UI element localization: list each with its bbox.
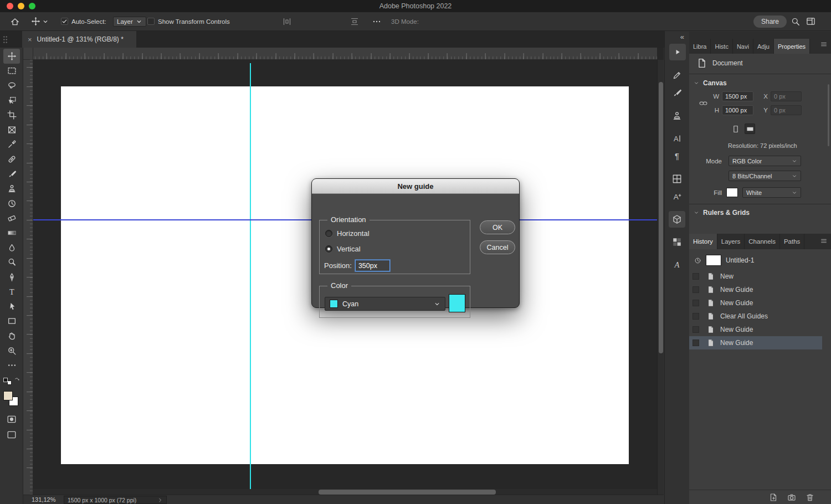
paragraph-panel-icon[interactable]: ¶ [669,148,685,164]
gradient-tool[interactable] [3,225,20,240]
auto-select-target-dropdown[interactable]: Layer [113,17,146,27]
align-vertical-centers-icon[interactable] [317,17,326,26]
crop-tool[interactable] [3,107,20,122]
distribute-horizontal-icon[interactable] [283,17,291,26]
history-source-well[interactable] [693,300,699,306]
actions-panel-button[interactable] [669,44,686,60]
auto-select-checkbox[interactable]: Auto-Select: [61,12,106,30]
align-top-edges-icon[interactable] [302,17,311,26]
distribute-vertical-icon[interactable] [350,17,359,26]
hand-tool[interactable] [3,328,20,343]
clone-stamp-tool[interactable] [3,181,20,196]
close-tab-icon[interactable]: × [28,36,32,43]
3d-camera-icon[interactable] [480,17,489,26]
vertical-scrollbar[interactable] [657,60,664,495]
3d-slide-icon[interactable] [465,17,474,26]
radio-unselected-icon[interactable] [325,230,332,237]
character-panel-icon[interactable]: A [669,130,685,147]
collapse-panels-icon[interactable]: « [680,33,684,41]
align-right-edges-icon[interactable] [264,17,273,26]
blur-tool[interactable] [3,240,20,255]
pen-tool[interactable] [3,270,20,285]
vertical-guide[interactable] [250,63,251,493]
edit-toolbar-button[interactable] [3,358,20,373]
vertical-scrollbar-thumb[interactable] [659,82,663,353]
history-state[interactable]: New Guide [689,323,822,336]
panel-menu-icon[interactable] [820,40,828,48]
orientation-vertical-option[interactable]: Vertical [325,245,361,253]
show-transform-checkbox[interactable]: Show Transform Controls [147,12,230,30]
history-snapshot-row[interactable]: Untitled-1 [689,253,822,268]
document-info-box[interactable]: 1500 px x 1000 px (72 ppi) [64,496,167,504]
rectangle-tool[interactable] [3,314,20,329]
history-source-well[interactable] [693,340,699,346]
history-source-well[interactable] [693,273,699,280]
3d-panel-icon[interactable] [669,211,685,228]
path-selection-tool[interactable] [3,299,20,314]
align-left-edges-icon[interactable] [235,17,244,26]
dialog-title[interactable]: New guide [312,179,519,194]
history-source-well[interactable] [693,286,699,293]
landscape-orientation-button[interactable] [745,124,755,134]
color-mode-dropdown[interactable]: RGB Color [729,156,801,166]
eraser-tool[interactable] [3,211,20,226]
position-input[interactable] [355,260,390,271]
lasso-tool[interactable] [3,78,20,93]
foreground-color-swatch[interactable] [3,391,13,400]
workspace-switcher-icon[interactable] [806,17,815,26]
canvas-section-header[interactable]: Canvas [694,79,727,87]
guide-color-dropdown[interactable]: Cyan [325,297,445,311]
history-state[interactable]: New Guide [689,296,822,310]
screen-mode-icon[interactable] [7,430,17,440]
clone-source-panel-icon[interactable] [669,107,685,124]
dodge-tool[interactable] [3,255,20,270]
bit-depth-dropdown[interactable]: 8 Bits/Channel [729,171,801,181]
current-tool-preset[interactable] [31,12,49,30]
history-brush-source-icon[interactable] [694,257,701,264]
rectangular-marquee-tool[interactable] [3,64,20,79]
new-document-from-state-icon[interactable] [769,493,778,502]
paragraph-styles-panel-icon[interactable]: A [669,256,685,273]
move-tool[interactable] [3,49,20,64]
more-options-icon[interactable] [372,17,381,26]
link-dimensions-icon[interactable] [699,99,707,107]
brushes-panel-icon[interactable] [669,85,685,101]
history-brush-tool[interactable] [3,196,20,211]
fill-dropdown[interactable]: White [742,187,801,198]
3d-roll-icon[interactable] [437,17,445,26]
document-tab[interactable]: × Untitled-1 @ 131% (RGB/8) * [22,31,136,48]
brush-tool[interactable] [3,167,20,182]
3d-orbit-icon[interactable] [422,17,431,26]
x-field[interactable]: 0 px [771,91,802,101]
delete-state-icon[interactable] [806,493,814,502]
history-source-well[interactable] [693,326,699,333]
minimize-window-button[interactable] [18,3,24,9]
patterns-panel-icon[interactable] [669,234,685,250]
history-state[interactable]: New [689,270,822,283]
search-icon[interactable] [791,17,800,26]
cancel-button[interactable]: Cancel [480,240,515,254]
share-button[interactable]: Share [753,16,787,28]
width-field[interactable]: 1500 px [722,91,753,101]
panel-menu-icon[interactable] [820,237,828,245]
zoom-tool[interactable] [3,343,20,358]
horizontal-scrollbar-thumb[interactable] [319,490,496,495]
orientation-horizontal-option[interactable]: Horizontal [325,229,370,238]
home-icon[interactable] [10,17,20,27]
ok-button[interactable]: OK [480,220,515,234]
object-selection-tool[interactable] [3,93,20,108]
quick-mask-icon[interactable] [7,414,17,424]
close-window-button[interactable] [7,3,13,9]
brush-settings-panel-icon[interactable] [669,67,685,84]
vertical-ruler[interactable] [23,60,33,495]
healing-brush-tool[interactable] [3,152,20,167]
color-swatch-large[interactable] [449,294,465,312]
fill-swatch[interactable] [726,188,738,197]
frame-tool[interactable] [3,122,20,137]
history-state[interactable]: New Guide [689,283,822,296]
glyphs-panel-icon[interactable] [669,171,685,187]
new-snapshot-icon[interactable] [787,493,796,502]
default-colors-icon[interactable] [3,378,12,385]
history-state[interactable]: Clear All Guides [689,310,822,323]
y-field[interactable]: 0 px [771,105,802,115]
